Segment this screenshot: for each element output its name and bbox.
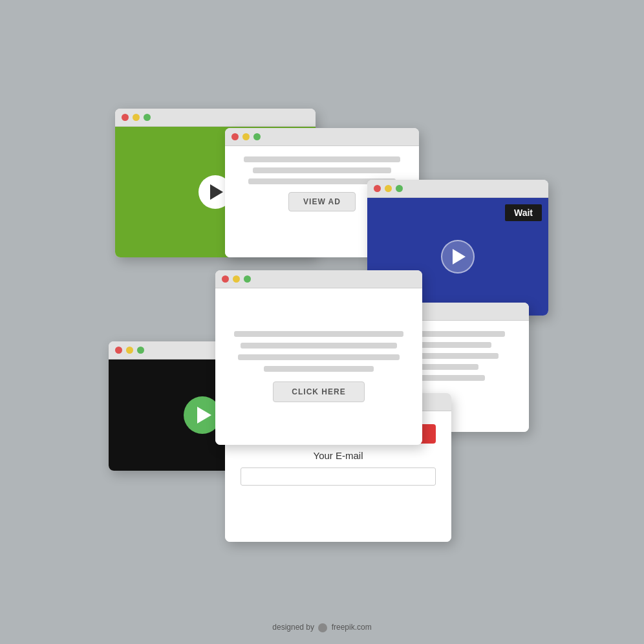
dot-green-btn [144,114,151,121]
play-icon-green [210,184,223,200]
dot-yellow-4 [126,347,133,354]
footer-brand: freepik.com [332,623,372,632]
play-icon-blue [453,249,466,264]
titlebar-click [215,270,422,288]
titlebar-white-top [225,128,419,146]
email-label: Your E-mail [241,450,436,461]
dot-red-4 [115,347,122,354]
dot-yellow [133,114,140,121]
dot-green-3 [396,185,403,192]
email-input[interactable] [241,467,436,486]
dot-yellow-2 [242,133,250,140]
dot-yellow-5 [233,275,240,283]
main-scene: Skip AD VIEW AD Wait [96,89,548,555]
titlebar-green [115,109,316,127]
play-icon-black [197,407,211,424]
dot-red [122,114,129,121]
footer-text: designed by freepik.com [272,623,371,632]
click-text-line-4 [264,366,374,372]
click-text-line-1 [234,331,403,337]
dot-red-2 [231,133,239,140]
play-button-blue[interactable] [441,240,475,274]
view-ad-button-top[interactable]: VIEW AD [288,192,356,211]
click-here-content: CLICK HERE [215,288,422,445]
text-line-1 [244,156,400,162]
titlebar-blue [367,180,548,198]
footer: designed by freepik.com [0,621,644,632]
wait-badge: Wait [505,204,542,221]
dot-red-3 [374,185,381,192]
footer-designed-by: designed by [272,623,314,632]
click-here-button[interactable]: CLICK HERE [273,381,364,402]
click-here-window: CLICK HERE [215,270,422,445]
click-text-line-3 [238,354,400,360]
dot-green-4 [137,347,144,354]
dot-green-5 [244,275,251,283]
dot-red-5 [222,275,229,283]
dot-green-2 [253,133,261,140]
text-line-2 [253,167,391,173]
freepik-logo-icon [318,623,327,632]
click-text-line-2 [241,343,396,349]
dot-yellow-3 [385,185,392,192]
